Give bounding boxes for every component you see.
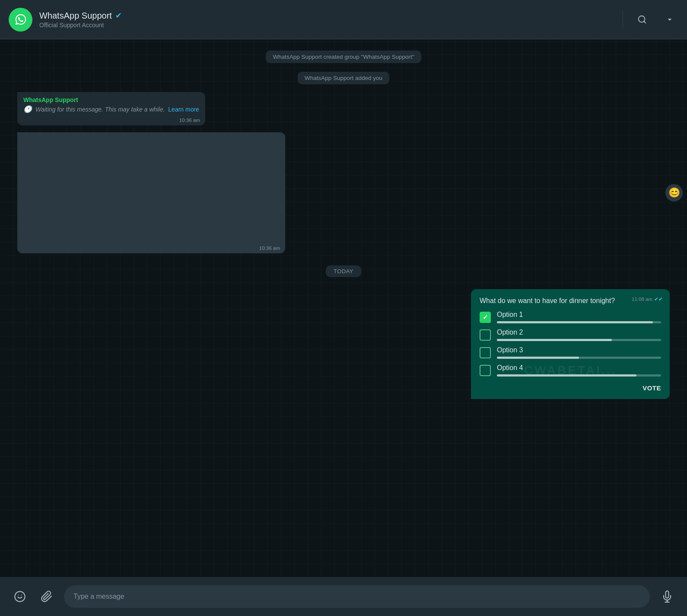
poll-option-3-content: Option 3 (497, 346, 661, 359)
clock-icon: 🕐 (23, 105, 32, 113)
poll-time: 11:08 am ✔✔ (632, 296, 663, 302)
poll-options: Option 1 Option 2 (480, 311, 661, 377)
contact-subtitle: Official Support Account (39, 22, 623, 29)
emoji-button[interactable] (10, 587, 29, 606)
poll-option-4-label: Option 4 (497, 364, 661, 372)
poll-option-1-content: Option 1 (497, 311, 661, 323)
header-info: WhatsApp Support ✔ Official Support Acco… (39, 11, 623, 29)
message-bubble-1: WhatsApp Support 🕐 Waiting for this mess… (17, 92, 205, 125)
message-time-1: 10:36 am (179, 118, 200, 123)
image-bubble: 10:36 am (17, 132, 285, 253)
double-check-icon: ✔✔ (654, 296, 663, 302)
whatsapp-logo (13, 11, 29, 28)
poll-option-2-bar (497, 339, 661, 341)
svg-point-0 (13, 11, 29, 28)
poll-checkbox-4[interactable] (480, 365, 491, 376)
poll-option-1: Option 1 (480, 311, 661, 323)
mic-button[interactable] (658, 587, 677, 606)
poll-option-4-bar-fill (497, 374, 636, 377)
poll-option-2-content: Option 2 (497, 329, 661, 341)
message-input[interactable] (64, 585, 650, 608)
search-button[interactable] (633, 11, 651, 28)
message-row-1: WhatsApp Support 🕐 Waiting for this mess… (17, 92, 670, 125)
system-message-1: WhatsApp Support created group "WhatsApp… (266, 51, 421, 63)
message-row-2: 10:36 am 😊 (17, 132, 670, 253)
poll-option-3-bar (497, 357, 661, 359)
poll-row: What do we want to have for dinner tonig… (17, 289, 670, 399)
poll-checkbox-1[interactable] (480, 312, 491, 323)
divider (623, 11, 623, 28)
poll-option-4-content: Option 4 (497, 364, 661, 377)
menu-button[interactable] (661, 11, 678, 28)
poll-option-2: Option 2 (480, 329, 661, 341)
svg-line-2 (644, 21, 646, 23)
poll-option-1-bar-fill (497, 321, 653, 323)
attach-button[interactable] (37, 587, 56, 606)
emoji-reaction[interactable]: 😊 (665, 184, 683, 201)
today-divider: TODAY (17, 265, 670, 277)
poll-checkbox-3[interactable] (480, 347, 491, 358)
poll-option-1-bar (497, 321, 661, 323)
today-label: TODAY (326, 265, 361, 277)
poll-vote-section: VOTE (480, 384, 661, 392)
poll-checkbox-2[interactable] (480, 329, 491, 341)
message-sender: WhatsApp Support (23, 96, 199, 103)
input-area (0, 577, 687, 616)
vote-button[interactable]: VOTE (642, 384, 661, 392)
header-actions (623, 11, 678, 28)
poll-option-3-label: Option 3 (497, 346, 661, 354)
poll-option-3: Option 3 (480, 346, 661, 359)
poll-option-4-bar (497, 374, 661, 377)
image-time: 10:36 am (259, 246, 280, 251)
poll-bubble: What do we want to have for dinner tonig… (471, 289, 670, 399)
poll-option-2-label: Option 2 (497, 329, 661, 336)
poll-option-3-bar-fill (497, 357, 579, 359)
poll-option-1-label: Option 1 (497, 311, 661, 319)
waiting-message: 🕐 Waiting for this message. This may tak… (23, 105, 199, 113)
verified-icon: ✔ (115, 11, 122, 20)
poll-option-4: Option 4 (480, 364, 661, 377)
svg-point-3 (15, 591, 25, 601)
contact-name: WhatsApp Support (39, 11, 112, 21)
image-content (17, 132, 285, 253)
chat-area: WhatsApp Support created group "WhatsApp… (0, 39, 687, 577)
system-message-2: WhatsApp Support added you (298, 72, 389, 84)
avatar[interactable] (9, 8, 32, 32)
learn-more-link[interactable]: Learn more (168, 106, 199, 113)
chat-header: WhatsApp Support ✔ Official Support Acco… (0, 0, 687, 39)
chat-content: WhatsApp Support created group "WhatsApp… (17, 48, 670, 401)
poll-option-2-bar-fill (497, 339, 612, 341)
